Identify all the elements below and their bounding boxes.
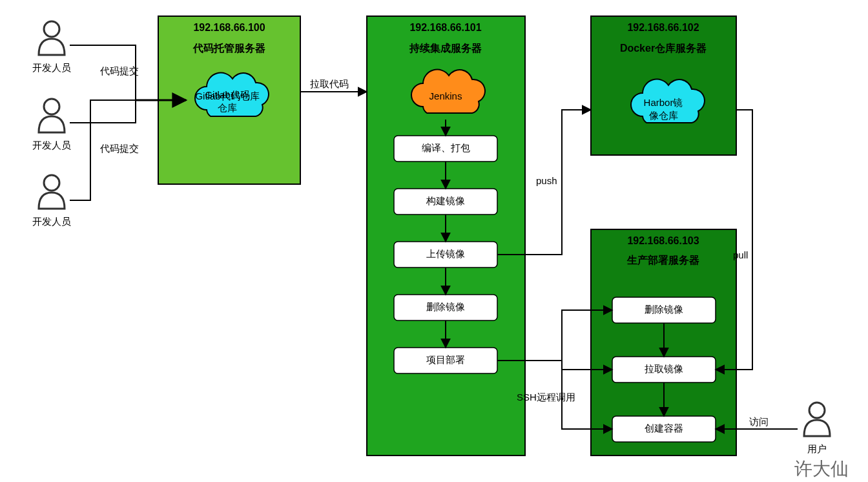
svg-text:拉取镜像: 拉取镜像 bbox=[645, 363, 683, 374]
svg-text:仓库: 仓库 bbox=[218, 102, 237, 113]
svg-text:开发人员: 开发人员 bbox=[32, 140, 71, 151]
developers: 开发人员 开发人员 开发人员 bbox=[32, 21, 71, 227]
user-label: 用户 bbox=[807, 443, 827, 454]
server-code-title: 代码托管服务器 bbox=[192, 43, 265, 54]
user-icon bbox=[804, 403, 830, 436]
svg-text:删除镜像: 删除镜像 bbox=[645, 304, 683, 315]
svg-text:Harbor镜: Harbor镜 bbox=[644, 97, 683, 108]
svg-text:Gitlab代码: Gitlab代码 bbox=[205, 89, 249, 100]
server-ci-ip: 192.168.66.101 bbox=[409, 22, 481, 33]
svg-text:像仓库: 像仓库 bbox=[649, 110, 678, 121]
svg-text:push: push bbox=[536, 175, 557, 186]
edge-pull-code: 拉取代码 bbox=[300, 78, 367, 92]
svg-text:代码提交: 代码提交 bbox=[99, 65, 139, 76]
svg-text:项目部署: 项目部署 bbox=[426, 354, 465, 365]
dev-icon bbox=[39, 99, 65, 132]
svg-text:代码提交: 代码提交 bbox=[99, 143, 139, 154]
server-registry: 192.168.66.102 Docker仓库服务器 Harbor镜 像仓库 bbox=[591, 16, 736, 155]
watermark: 许大仙 bbox=[794, 459, 849, 479]
svg-text:开发人员: 开发人员 bbox=[32, 62, 71, 73]
server-prod-ip: 192.168.66.103 bbox=[627, 235, 699, 246]
server-code-ip: 192.168.66.100 bbox=[193, 22, 265, 33]
server-prod-title: 生产部署服务器 bbox=[626, 255, 699, 266]
dev-icon bbox=[39, 21, 65, 55]
server-ci: 192.168.66.101 持续集成服务器 Jenkins 编译、打包 构建镜… bbox=[367, 16, 525, 456]
dev-icon bbox=[39, 175, 65, 209]
svg-text:上传镜像: 上传镜像 bbox=[426, 248, 465, 259]
svg-text:编译、打包: 编译、打包 bbox=[422, 142, 470, 153]
jenkins-label: Jenkins bbox=[429, 90, 462, 101]
svg-text:拉取代码: 拉取代码 bbox=[310, 78, 349, 89]
server-ci-title: 持续集成服务器 bbox=[409, 43, 482, 54]
svg-text:删除镜像: 删除镜像 bbox=[426, 301, 465, 312]
svg-text:创建容器: 创建容器 bbox=[645, 423, 683, 434]
svg-text:开发人员: 开发人员 bbox=[32, 216, 71, 227]
svg-text:pull: pull bbox=[733, 249, 748, 260]
server-reg-ip: 192.168.66.102 bbox=[627, 22, 699, 33]
server-reg-title: Docker仓库服务器 bbox=[620, 43, 707, 54]
svg-text:构建镜像: 构建镜像 bbox=[426, 195, 465, 206]
svg-text:访问: 访问 bbox=[749, 416, 769, 427]
server-prod: 192.168.66.103 生产部署服务器 删除镜像 拉取镜像 创建容器 bbox=[591, 229, 736, 456]
svg-text:SSH远程调用: SSH远程调用 bbox=[517, 392, 575, 403]
